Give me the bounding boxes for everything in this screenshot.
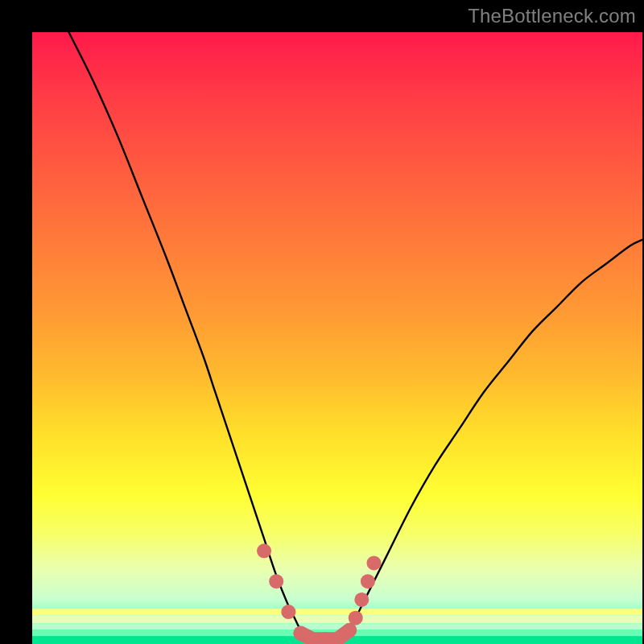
curve-layer xyxy=(0,0,644,644)
marker-dot xyxy=(366,555,381,570)
marker-dot xyxy=(269,574,283,588)
chart-stage: TheBottleneck.com xyxy=(0,0,644,644)
bottom-band-stripe xyxy=(32,609,642,615)
marker-dot xyxy=(281,605,295,619)
bottom-band-stripe xyxy=(32,623,642,630)
marker-dot xyxy=(361,574,375,588)
bottleneck-curve xyxy=(68,32,642,643)
marker-dot xyxy=(349,611,363,625)
marker-dot xyxy=(354,592,369,607)
marker-dot xyxy=(257,543,271,558)
watermark-text: TheBottleneck.com xyxy=(468,5,636,27)
bottom-band-stripe xyxy=(32,615,642,623)
